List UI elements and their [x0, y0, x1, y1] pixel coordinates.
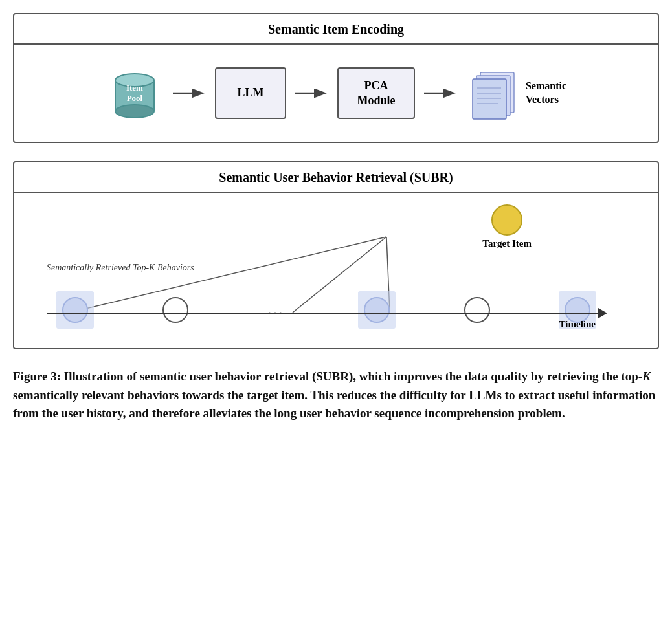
node-6-circle	[464, 297, 490, 323]
encoding-panel-title: Semantic Item Encoding	[14, 14, 658, 45]
arrow-2-icon	[294, 82, 330, 105]
semantic-vectors-component: SemanticVectors	[466, 67, 566, 119]
top-k-behaviors-label: Semantically Retrieved Top-K Behaviors	[47, 263, 194, 273]
dots-icon: ...	[268, 302, 285, 318]
arrow-1	[172, 82, 207, 105]
dots-spacer: ...	[254, 288, 298, 332]
node-6	[455, 288, 499, 332]
target-item-circle	[491, 204, 522, 236]
timeline-wrapper: ... Timeline	[47, 312, 625, 314]
subr-panel: Semantic User Behavior Retrieval (SUBR) …	[13, 161, 659, 349]
timeline-line: Timeline	[47, 312, 606, 314]
subr-panel-body: Target Item Semantically Retrieved Top-K…	[14, 193, 658, 348]
node-1	[53, 288, 97, 332]
arrow-1-icon	[172, 82, 207, 105]
item-pool-label: ItemPool	[126, 83, 143, 103]
arrow-3-icon	[423, 82, 458, 105]
llm-box: LLM	[215, 67, 286, 119]
llm-label: LLM	[237, 85, 263, 100]
vectors-label: SemanticVectors	[526, 80, 566, 107]
vectors-pages-svg	[466, 67, 521, 122]
semantic-encoding-panel: Semantic Item Encoding ItemPool	[13, 13, 659, 143]
item-pool-component: ItemPool	[106, 64, 164, 122]
vectors-stack-icon	[466, 67, 518, 119]
target-item-label: Target Item	[482, 238, 532, 249]
subr-panel-title: Semantic User Behavior Retrieval (SUBR)	[14, 162, 658, 193]
node-2	[153, 288, 197, 332]
figure-caption: Figure 3: Illustration of semantic user …	[13, 367, 659, 423]
arrow-2	[294, 82, 330, 105]
arrow-3	[423, 82, 458, 105]
pca-label: PCAModule	[357, 78, 395, 109]
node-2-circle	[162, 297, 188, 323]
pca-box: PCAModule	[337, 67, 415, 119]
target-item-container: Target Item	[482, 204, 532, 249]
svg-rect-8	[473, 79, 506, 119]
node-5-highlight	[358, 291, 396, 329]
node-5	[355, 288, 399, 332]
timeline-label: Timeline	[559, 319, 596, 330]
caption-text: Figure 3: Illustration of semantic user …	[13, 369, 655, 420]
timeline-arrowhead	[598, 308, 607, 318]
svg-point-2	[115, 105, 154, 118]
encoding-panel-body: ItemPool LLM	[14, 45, 658, 142]
node-1-highlight	[56, 291, 94, 329]
